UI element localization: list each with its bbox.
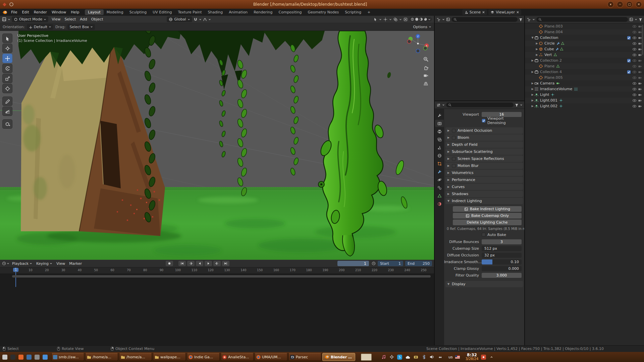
outliner-item-label[interactable]: Cube [544, 47, 554, 51]
disable-render-camera-icon[interactable] [638, 81, 642, 85]
properties-filter-icon[interactable] [515, 103, 519, 107]
viewlayer-remove-icon[interactable] [516, 11, 519, 14]
diffuse-occlusion-field[interactable]: 32 px [482, 253, 522, 258]
panel-expand-chevron-icon[interactable] [489, 354, 494, 360]
outliner-item-label[interactable]: Collection 4 [540, 70, 562, 74]
hide-viewport-eye-icon[interactable] [632, 75, 637, 80]
panel-collapse-arrow-icon[interactable]: ▶ [447, 129, 450, 132]
workspace-tab-uv-editing[interactable]: UV Editing [150, 9, 175, 15]
panel-screen-space-reflections[interactable]: ▶Screen Space Reflections [445, 156, 523, 162]
outliner-row-circle[interactable]: ▶Circle [525, 41, 644, 46]
outliner-item-label[interactable]: Light.001 [540, 98, 557, 103]
menu-render[interactable]: Render [32, 9, 49, 15]
hide-viewport-eye-icon[interactable] [632, 70, 637, 74]
timeline-channel-area[interactable] [0, 274, 434, 345]
display-mode-icon[interactable] [629, 17, 633, 21]
tray-music-icon[interactable] [381, 354, 386, 360]
panel-shadows[interactable]: ▶Shadows [445, 191, 523, 197]
diffuse-bounces-field[interactable]: 3 [482, 239, 522, 244]
chevron-down-icon[interactable] [389, 18, 392, 21]
panel-collapse-arrow-icon[interactable]: ▶ [447, 192, 450, 195]
launcher-terminal[interactable] [9, 354, 16, 360]
expand-arrow-icon[interactable]: ▼ [531, 36, 534, 39]
panel-collapse-arrow-icon[interactable]: ▶ [447, 157, 450, 160]
panel-curves[interactable]: ▶Curves [445, 184, 523, 190]
drag-setting-dropdown[interactable]: Select Box [67, 24, 95, 30]
workspace-tab-layout[interactable]: Layout [85, 9, 103, 15]
collection-checkbox[interactable] [627, 36, 631, 40]
display-mode-icon[interactable] [446, 17, 450, 21]
timeline-ruler[interactable]: 1 11020304050607080901001101201301401501… [0, 267, 434, 274]
perspective-toggle-icon[interactable] [423, 81, 429, 86]
panel-checkbox[interactable] [452, 164, 456, 168]
overlays-toggle-icon[interactable] [393, 17, 397, 21]
taskbar-window-8[interactable]: Blender [... [322, 353, 355, 361]
mode-dropdown[interactable]: Object Mode [12, 16, 48, 22]
shading-rendered-icon[interactable] [424, 17, 427, 21]
taskbar-window-1[interactable]: /home/a... [85, 353, 118, 361]
expand-arrow-icon[interactable]: ▶ [535, 53, 539, 56]
editor-type-outliner-icon[interactable] [527, 17, 531, 22]
workspace-tab-animation[interactable]: Animation [226, 9, 251, 15]
hide-viewport-eye-icon[interactable] [632, 24, 637, 28]
workspace-tab-shading[interactable]: Shading [205, 9, 226, 15]
bake-indirect-lighting-button[interactable]: Bake Indirect Lighting [453, 206, 522, 212]
disable-render-camera-icon[interactable] [638, 99, 642, 103]
tray-network-icon[interactable] [437, 354, 443, 360]
outliner-item-label[interactable]: Collection 2 [540, 58, 562, 63]
viewport-menu-object[interactable]: Object [89, 16, 105, 22]
scene-unlink-icon[interactable] [482, 11, 485, 14]
record-button[interactable] [166, 261, 173, 266]
chevron-down-icon[interactable] [429, 25, 431, 28]
hide-viewport-eye-icon[interactable] [632, 30, 637, 34]
frame-start-field[interactable]: Start 1 [378, 261, 403, 266]
workspace-switcher[interactable] [361, 354, 372, 361]
panel-collapse-arrow-icon[interactable]: ▶ [447, 178, 450, 181]
taskbar-window-3[interactable]: wallpape... [153, 353, 186, 361]
delete-lighting-cache-button[interactable]: Delete Lighting Cache [453, 220, 522, 225]
properties-tab-physics[interactable] [435, 176, 444, 183]
chevron-down-icon[interactable] [635, 18, 637, 21]
hide-viewport-eye-icon[interactable] [632, 47, 637, 51]
panel-collapse-arrow-icon[interactable]: ▶ [447, 150, 450, 153]
shading-material-icon[interactable] [419, 17, 423, 21]
outliner-item-label[interactable]: Light [540, 93, 549, 97]
expand-arrow-icon[interactable]: ▶ [531, 59, 534, 62]
properties-tab-data[interactable] [435, 192, 444, 199]
taskbar-window-4[interactable]: Indie Ga... [187, 353, 220, 361]
viewport-menu-select[interactable]: Select [62, 16, 78, 22]
chevron-down-icon[interactable] [442, 104, 445, 106]
hide-viewport-eye-icon[interactable] [632, 64, 637, 68]
expand-arrow-icon[interactable]: ▶ [535, 48, 539, 51]
panel-expand-arrow-icon[interactable]: ▼ [447, 199, 450, 202]
snap-magnet-icon[interactable] [194, 17, 198, 21]
clamp-glossy-field[interactable]: 0.000 [482, 266, 522, 271]
taskbar-window-0[interactable]: smb://aw... [51, 353, 84, 361]
menu-edit[interactable]: Edit [19, 9, 31, 15]
outliner-filter-icon[interactable] [639, 18, 642, 21]
scene-selector[interactable]: Scene [462, 9, 487, 15]
chevron-down-icon[interactable] [428, 18, 431, 21]
xray-toggle-icon[interactable] [404, 17, 408, 21]
outliner-row-irradiancevolume[interactable]: ▶IrradianceVolume [525, 86, 644, 92]
properties-search-input[interactable] [446, 103, 514, 107]
add-workspace-button[interactable]: + [364, 9, 373, 15]
prev-keyframe-button[interactable] [187, 261, 195, 266]
panel-display[interactable]: ▼Display [445, 281, 523, 287]
cubemap-size-field[interactable]: 512 px [482, 246, 522, 251]
launcher-applications-menu[interactable] [1, 354, 8, 360]
snap-options-chevron-icon[interactable] [199, 18, 202, 21]
outliner-row-camera[interactable]: ▶Camera [525, 80, 644, 86]
window-maximize-button[interactable]: ▢ [626, 1, 633, 8]
properties-tab-scene[interactable] [435, 144, 444, 151]
expand-arrow-icon[interactable]: ▶ [535, 42, 539, 45]
disable-render-camera-icon[interactable] [638, 70, 642, 74]
expand-arrow-icon[interactable]: ▶ [531, 87, 534, 90]
shading-wireframe-icon[interactable] [411, 17, 414, 21]
launcher-image-editor[interactable] [34, 354, 40, 360]
outliner-scrollbar[interactable] [642, 25, 643, 55]
panel-collapse-arrow-icon[interactable]: ▶ [447, 185, 450, 188]
outliner-item-label[interactable]: Plane.005 [544, 75, 563, 80]
disable-render-camera-icon[interactable] [638, 30, 642, 34]
secondary-outliner-body[interactable] [435, 23, 524, 101]
